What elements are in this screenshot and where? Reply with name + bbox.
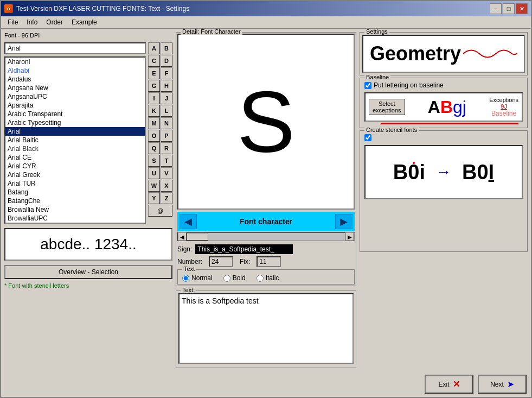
exceptions-label: Exceptions	[489, 97, 518, 103]
letter-Q[interactable]: Q	[148, 142, 160, 154]
select-exceptions-button[interactable]: Selectexceptions	[369, 99, 405, 115]
font-combo[interactable]: Arial	[4, 42, 146, 54]
list-item[interactable]: BrowalliaUPC	[5, 214, 145, 223]
exit-button[interactable]: Exit ✕	[425, 375, 473, 394]
menu-info[interactable]: Info	[22, 17, 42, 27]
radio-italic[interactable]: Italic	[257, 274, 279, 282]
letter-U[interactable]: U	[148, 167, 160, 179]
menu-file[interactable]: File	[3, 17, 22, 27]
restore-button[interactable]: □	[503, 3, 515, 14]
list-item[interactable]: Arabic Transparent	[5, 110, 145, 118]
letter-N[interactable]: N	[161, 117, 172, 129]
list-item[interactable]: BatangChe	[5, 197, 145, 205]
list-item[interactable]: AngsanaUPC	[5, 92, 145, 101]
stencil-group-label: Create stencil fonts	[364, 127, 419, 133]
settings-label: Settings	[364, 29, 389, 35]
letter-W[interactable]: W	[148, 180, 160, 192]
overview-selection-button[interactable]: Overview - Selection	[4, 265, 172, 279]
letter-row: U V	[148, 167, 172, 179]
letter-row: K L	[148, 105, 172, 117]
font-header: Font - 96 DPI	[4, 32, 172, 39]
menu-example[interactable]: Example	[67, 17, 101, 27]
text-area[interactable]: This is a Softpedia test	[178, 293, 354, 364]
stencil-0: 0	[408, 161, 419, 184]
font-list[interactable]: Aharoni Aldhabi Andalus Angsana New Angs…	[4, 56, 146, 224]
letter-J[interactable]: J	[161, 92, 172, 104]
number-input[interactable]	[209, 256, 233, 267]
list-item[interactable]: Arial TUR	[5, 179, 145, 188]
letter-F[interactable]: F	[161, 67, 172, 79]
next-char-button[interactable]: ▶	[335, 214, 352, 229]
text-area-label: Text:	[181, 287, 196, 293]
list-item[interactable]: Arial Greek	[5, 170, 145, 179]
geometry-display: Geometry	[362, 35, 525, 73]
list-item[interactable]: Arial CYR	[5, 162, 145, 170]
menu-order[interactable]: Order	[42, 17, 67, 27]
letter-K[interactable]: K	[148, 105, 160, 117]
radio-bold[interactable]: Bold	[223, 274, 246, 282]
list-item-selected[interactable]: Arial	[5, 127, 145, 136]
list-item[interactable]: Aparajita	[5, 101, 145, 110]
letter-X[interactable]: X	[161, 180, 172, 192]
letter-E[interactable]: E	[148, 67, 160, 79]
list-item[interactable]: Arial Baltic	[5, 136, 145, 144]
scroll-thumb[interactable]	[187, 233, 208, 241]
letter-P[interactable]: P	[161, 130, 172, 142]
list-item[interactable]: Andalus	[5, 75, 145, 84]
letter-D[interactable]: D	[161, 55, 172, 67]
scroll-right-button[interactable]: ▶	[345, 232, 354, 241]
letter-B[interactable]: B	[161, 42, 172, 54]
letter-A[interactable]: A	[148, 42, 160, 54]
exit-label: Exit	[438, 381, 449, 388]
list-item[interactable]: Angsana New	[5, 84, 145, 92]
stencil-checkbox[interactable]	[364, 134, 371, 141]
list-item[interactable]: Arial CE	[5, 153, 145, 162]
letter-buttons: A B C D E F G H	[148, 42, 172, 224]
sign-input[interactable]	[195, 244, 293, 254]
letter-Z[interactable]: Z	[161, 192, 172, 204]
radio-normal-input[interactable]	[182, 275, 189, 282]
prev-char-button[interactable]: ◀	[180, 214, 197, 229]
letter-row: O P	[148, 130, 172, 142]
letter-S[interactable]: S	[148, 155, 160, 167]
letter-O[interactable]: O	[148, 130, 160, 142]
letter-M[interactable]: M	[148, 117, 160, 129]
baseline-checkbox-row: Put lettering on baseline	[364, 81, 523, 89]
list-item[interactable]: Arabic Typesetting	[5, 118, 145, 127]
fix-input[interactable]	[257, 256, 281, 267]
list-item[interactable]: Arial Black	[5, 144, 145, 153]
stencil-B: B	[393, 161, 408, 184]
letter-T[interactable]: T	[161, 155, 172, 167]
letter-I[interactable]: I	[148, 92, 160, 104]
minimize-button[interactable]: −	[490, 3, 502, 14]
letter-Y[interactable]: Y	[148, 192, 160, 204]
scroll-left-button[interactable]: ◀	[178, 232, 187, 241]
next-button[interactable]: Next ➤	[478, 375, 527, 394]
baseline-checkbox[interactable]	[364, 82, 371, 89]
letter-V[interactable]: V	[161, 167, 172, 179]
radio-normal[interactable]: Normal	[182, 274, 213, 282]
exit-x-icon: ✕	[453, 379, 460, 389]
window-title: Test-Version DXF LASER CUTTING FONTS: Te…	[16, 5, 189, 12]
text-style-radio-row: Normal Bold Italic	[182, 274, 350, 282]
radio-bold-input[interactable]	[223, 275, 230, 282]
list-item[interactable]: Aharoni	[5, 58, 145, 66]
list-item[interactable]: Batang	[5, 188, 145, 197]
letter-C[interactable]: C	[148, 55, 160, 67]
baseline-group-label: Baseline	[364, 74, 390, 80]
list-item[interactable]: Aldhabi	[5, 66, 145, 75]
sign-row: Sign:	[177, 244, 355, 254]
letter-R[interactable]: R	[161, 142, 172, 154]
char-scrollbar[interactable]: ◀ ▶	[177, 232, 355, 241]
letter-row: S T	[148, 155, 172, 167]
list-item[interactable]: Browallia New	[5, 205, 145, 214]
letter-at[interactable]: @	[148, 205, 172, 217]
radio-italic-input[interactable]	[257, 275, 264, 282]
letter-H[interactable]: H	[161, 80, 172, 92]
menubar: File Info Order Example	[1, 16, 531, 29]
letter-G[interactable]: G	[148, 80, 160, 92]
letter-row: M N	[148, 117, 172, 129]
char-nav-bar: ◀ Font character ▶	[177, 212, 355, 231]
close-button[interactable]: ✕	[516, 3, 528, 14]
letter-L[interactable]: L	[161, 105, 172, 117]
